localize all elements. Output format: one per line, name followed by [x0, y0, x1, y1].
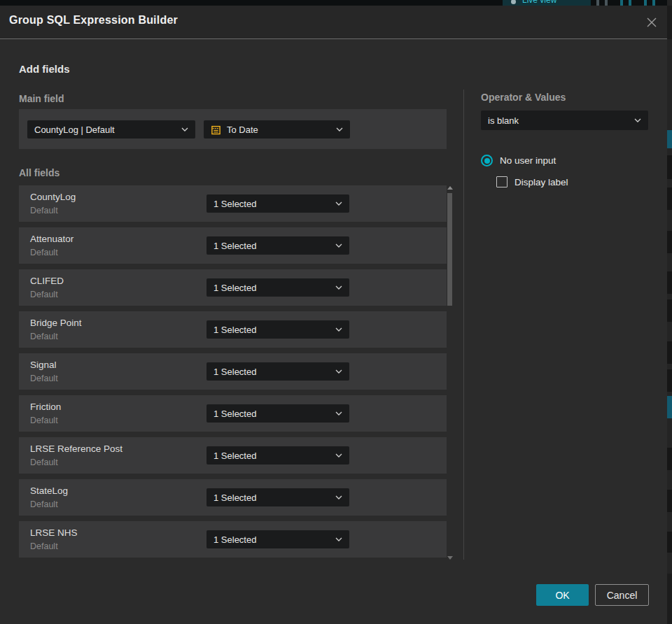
- group-sql-expression-builder-dialog: Group SQL Expression Builder Add fields …: [0, 6, 667, 624]
- field-row: Bridge Point Default 1 Selected: [19, 311, 447, 348]
- field-selection-dropdown[interactable]: 1 Selected: [206, 236, 349, 255]
- field-source: Default: [30, 541, 58, 551]
- chevron-down-icon: [634, 118, 641, 122]
- main-field-date-dropdown-value: To Date: [227, 125, 258, 135]
- toolbar-fragment-bar: [652, 0, 655, 6]
- field-selection-dropdown-value: 1 Selected: [214, 367, 256, 377]
- field-source: Default: [30, 458, 58, 467]
- field-row: CountyLog Default 1 Selected: [19, 185, 447, 222]
- field-selection-dropdown[interactable]: 1 Selected: [206, 320, 349, 339]
- field-name: StateLog: [30, 485, 68, 496]
- dialog-title: Group SQL Expression Builder: [9, 14, 178, 27]
- display-label-label: Display label: [514, 177, 568, 187]
- dialog-header: Group SQL Expression Builder: [0, 6, 667, 39]
- checkbox-icon: [496, 176, 507, 187]
- field-row: CLIFED Default 1 Selected: [19, 269, 447, 306]
- field-name: LRSE Reference Post: [30, 444, 122, 454]
- field-source: Default: [30, 206, 58, 215]
- main-field-row: CountyLog | Default To Date: [19, 109, 447, 149]
- field-name: Signal: [30, 360, 57, 370]
- display-label-checkbox[interactable]: Display label: [496, 176, 568, 187]
- field-selection-dropdown-value: 1 Selected: [214, 199, 256, 209]
- operator-dropdown[interactable]: is blank: [481, 111, 648, 130]
- toolbar-fragment-bar: [620, 0, 623, 6]
- field-selection-dropdown[interactable]: 1 Selected: [206, 446, 349, 465]
- ok-button[interactable]: OK: [536, 584, 589, 606]
- field-selection-dropdown-value: 1 Selected: [214, 325, 256, 335]
- field-name: CLIFED: [30, 276, 64, 286]
- chevron-down-icon: [181, 127, 188, 132]
- field-name: Friction: [30, 402, 61, 412]
- field-selection-dropdown-value: 1 Selected: [214, 451, 256, 461]
- no-user-input-label: No user input: [500, 155, 556, 166]
- radio-icon: [481, 155, 493, 166]
- field-source: Default: [30, 499, 58, 509]
- operator-dropdown-value: is blank: [488, 115, 519, 126]
- live-view-dot-icon: [511, 0, 516, 4]
- all-fields-label: All fields: [19, 167, 59, 178]
- field-source: Default: [30, 374, 58, 383]
- main-field-label: Main field: [19, 93, 64, 104]
- field-row: StateLog Default 1 Selected: [19, 479, 447, 516]
- field-selection-dropdown-value: 1 Selected: [214, 283, 256, 293]
- main-field-date-dropdown[interactable]: To Date: [204, 120, 350, 139]
- close-icon: [646, 17, 657, 28]
- field-row: LRSE Reference Post Default 1 Selected: [19, 437, 447, 474]
- field-row: Attenuator Default 1 Selected: [19, 227, 447, 264]
- calendar-icon: [211, 125, 221, 135]
- operator-values-heading: Operator & Values: [481, 92, 566, 103]
- field-name: Bridge Point: [30, 318, 82, 328]
- chevron-down-icon: [335, 327, 342, 332]
- field-selection-dropdown[interactable]: 1 Selected: [206, 362, 349, 381]
- main-field-dropdown[interactable]: CountyLog | Default: [27, 120, 195, 139]
- chevron-down-icon: [335, 453, 342, 458]
- add-fields-heading: Add fields: [19, 63, 70, 75]
- field-selection-dropdown-value: 1 Selected: [214, 534, 256, 545]
- toolbar-fragment-bar: [605, 0, 608, 6]
- field-row: Friction Default 1 Selected: [19, 395, 447, 432]
- close-button[interactable]: [644, 15, 659, 30]
- field-source: Default: [30, 290, 58, 299]
- screen: Live view Group SQL Expression Builder: [0, 0, 672, 624]
- field-selection-dropdown[interactable]: 1 Selected: [206, 278, 349, 297]
- field-selection-dropdown[interactable]: 1 Selected: [206, 488, 349, 506]
- toolbar-fragment-bar: [644, 0, 647, 6]
- main-field-dropdown-value: CountyLog | Default: [34, 125, 115, 135]
- field-selection-dropdown[interactable]: 1 Selected: [206, 404, 349, 423]
- toolbar-fragment-bar: [596, 0, 599, 6]
- scrollbar-up-arrow[interactable]: [447, 186, 453, 190]
- chevron-down-icon: [335, 369, 342, 374]
- chevron-down-icon: [335, 201, 342, 206]
- no-user-input-radio[interactable]: No user input: [481, 155, 556, 166]
- scrollbar-thumb[interactable]: [447, 193, 452, 306]
- cancel-button[interactable]: Cancel: [595, 584, 649, 606]
- field-source: Default: [30, 248, 58, 257]
- panel-divider: [463, 90, 464, 560]
- field-source: Default: [30, 416, 58, 425]
- chevron-down-icon: [336, 127, 343, 132]
- background-toolbar-sliver: Live view: [0, 0, 672, 6]
- field-row: LRSE NHS Default 1 Selected: [19, 521, 447, 558]
- chevron-down-icon: [335, 243, 342, 248]
- field-selection-dropdown-value: 1 Selected: [214, 492, 256, 503]
- chevron-down-icon: [335, 537, 342, 541]
- field-selection-dropdown[interactable]: 1 Selected: [206, 530, 349, 548]
- chevron-down-icon: [335, 411, 342, 416]
- field-selection-dropdown-value: 1 Selected: [214, 409, 256, 419]
- field-name: LRSE NHS: [30, 527, 78, 538]
- live-view-button-fragment[interactable]: Live view: [503, 0, 591, 6]
- field-name: CountyLog: [30, 192, 76, 202]
- chevron-down-icon: [335, 285, 342, 290]
- all-fields-list: CountyLog Default 1 Selected Attenuator …: [19, 185, 447, 563]
- scrollbar-down-arrow[interactable]: [447, 556, 453, 560]
- field-row: Signal Default 1 Selected: [19, 353, 447, 390]
- toolbar-fragment-bar: [629, 0, 631, 6]
- field-source: Default: [30, 332, 58, 341]
- field-selection-dropdown[interactable]: 1 Selected: [206, 194, 349, 213]
- chevron-down-icon: [335, 495, 342, 499]
- live-view-label: Live view: [522, 0, 556, 5]
- field-name: Attenuator: [30, 234, 74, 244]
- background-app-sliver: [667, 0, 672, 624]
- field-selection-dropdown-value: 1 Selected: [214, 241, 256, 251]
